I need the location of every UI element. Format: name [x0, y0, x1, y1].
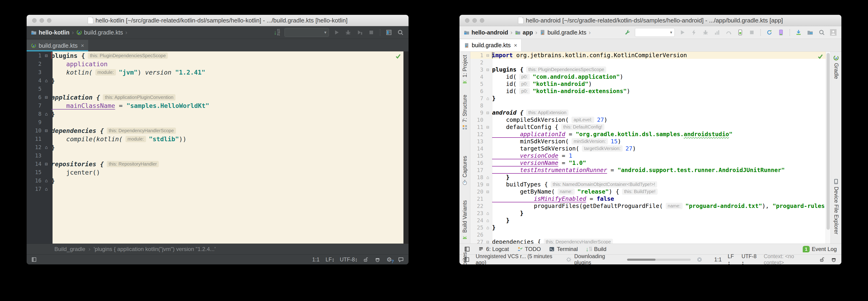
stop-button[interactable] [367, 28, 375, 36]
run-with-coverage-button[interactable] [356, 28, 364, 36]
fold-start-icon[interactable]: ⊟ [483, 189, 492, 194]
breadcrumb-file[interactable]: Build_gradle [54, 246, 85, 252]
code-line-2[interactable]: 2 application [27, 60, 403, 68]
make-project-button[interactable]: ↓01 10 01 [273, 28, 281, 36]
code-line-3[interactable]: 3⊟plugins {this: PluginDependenciesSpecS… [470, 66, 826, 73]
code-line-10[interactable]: 10 compileSdkVersion(apiLevel:27) [470, 116, 826, 123]
fold-end-icon[interactable]: ⌂ [483, 96, 492, 101]
close-tab-icon[interactable]: × [80, 42, 84, 49]
sdk-manager-button[interactable] [795, 28, 803, 36]
sync-project-button[interactable] [766, 28, 773, 36]
caret-position[interactable]: 1:1 [312, 257, 320, 263]
minimize-button[interactable] [39, 18, 44, 23]
code-line-16[interactable]: 16⌂} [27, 176, 403, 185]
code-line-22[interactable]: 22 proguardFiles(getDefaultProguardFile(… [470, 202, 826, 210]
code-line-11[interactable]: 11⊟ defaultConfig {this: DefaultConfig! [470, 123, 826, 130]
code-line-11[interactable]: 11 compile(kotlin(module:"stdlib")) [27, 135, 403, 143]
code-line-25[interactable]: 25⌂} [470, 224, 826, 231]
debug-button[interactable] [344, 28, 352, 36]
fold-end-icon[interactable]: ⌂ [483, 218, 492, 223]
inspections-ok-icon[interactable] [817, 54, 823, 60]
code-line-17[interactable]: 17 testInstrumentationRunner = "android.… [470, 167, 826, 174]
code-editor-android[interactable]: 1⊟import org.jetbrains.kotlin.config.Kot… [470, 52, 826, 244]
tool-button-build-variants[interactable]: Build Variants [462, 200, 468, 241]
run-configuration-select[interactable]: ▾ [284, 28, 329, 37]
tool-button-7-structure[interactable]: 7: Structure [462, 95, 468, 130]
code-line-1[interactable]: 1⊟import org.jetbrains.kotlin.config.Kot… [470, 52, 826, 59]
inspections-ok-icon[interactable] [395, 53, 401, 59]
avd-manager-button[interactable] [777, 28, 785, 36]
breadcrumb-item-hello-kotlin[interactable]: hello-kotlin [31, 29, 69, 36]
code-line-13[interactable]: 13 minSdkVersion(minSdkVersion:15) [470, 138, 826, 145]
avatar-button[interactable] [829, 28, 837, 36]
line-separator-select[interactable]: LF▴▾ [728, 253, 736, 264]
code-line-12[interactable]: 12 applicationId = "org.gradle.kotlin.ds… [470, 130, 826, 138]
code-line-8[interactable]: 8⌂} [27, 110, 403, 118]
debug-button[interactable] [702, 28, 709, 36]
breadcrumb-item-hello-android[interactable]: hello-android [464, 29, 508, 36]
code-line-24[interactable]: 24⌂ } [470, 217, 826, 224]
fold-start-icon[interactable]: ⊟ [483, 182, 492, 187]
code-line-8[interactable]: 8 [470, 102, 826, 109]
code-line-13[interactable]: 13 [27, 151, 403, 160]
breadcrumb-item-app[interactable]: app [515, 29, 533, 36]
line-separator-select[interactable]: LF▴▾ [326, 257, 334, 263]
code-line-14[interactable]: 14 targetSdkVersion(targetSdkVersion:27) [470, 145, 826, 152]
code-line-20[interactable]: 20⊟ getByName(name:"release") {this: Bui… [470, 188, 826, 195]
encoding-select[interactable]: UTF-8▴▾ [340, 257, 357, 263]
code-line-7[interactable]: 7 mainClassName = "samples.HelloWorldKt" [27, 101, 403, 110]
code-line-14[interactable]: 14⊟repositories {this: RepositoryHandler [27, 160, 403, 168]
close-tab-icon[interactable]: × [513, 42, 517, 49]
breadcrumb-item-build-gradle-kts[interactable]: build.gradle.kts [539, 29, 586, 36]
breadcrumb-item-build-gradle-kts[interactable]: build.gradle.kts [76, 29, 123, 36]
fold-end-icon[interactable]: ⌂ [41, 178, 51, 183]
encoding-select[interactable]: UTF-8▴▾ [741, 253, 757, 264]
tool-button-captures[interactable]: Captures [462, 156, 468, 185]
run-button[interactable] [333, 28, 340, 36]
code-line-9[interactable]: 9⊟android {this: AppExtension [470, 109, 826, 116]
toolwindow-todo[interactable]: TODO [517, 246, 541, 252]
lock-icon[interactable] [363, 257, 369, 262]
run-configuration-select[interactable]: ▾ [635, 28, 675, 37]
code-line-6[interactable]: 6 id(p0:"kotlin-android-extensions") [470, 88, 826, 95]
fold-start-icon[interactable]: ⊟ [483, 67, 492, 72]
hector-icon[interactable] [374, 257, 380, 263]
code-line-17[interactable]: 17⌂ [27, 185, 403, 193]
titlebar-left[interactable]: hello-kotlin [~/src/gradle-related/kotli… [27, 15, 408, 26]
fold-start-icon[interactable]: ⊟ [483, 53, 492, 58]
code-editor-kotlin[interactable]: 1⊟plugins {this: PluginDependenciesSpecS… [27, 51, 403, 244]
fold-end-icon[interactable]: ⌂ [41, 145, 51, 150]
fold-start-icon[interactable]: ⊟ [483, 240, 492, 244]
tool-button-gradle[interactable]: Gradle [833, 55, 839, 79]
search-everywhere-button[interactable] [818, 28, 826, 36]
code-line-26[interactable]: 26 [470, 231, 826, 238]
run-button[interactable] [678, 28, 686, 36]
zoom-button[interactable] [480, 18, 484, 23]
tool-button-1-project[interactable]: 1: Project [462, 55, 468, 85]
fold-end-icon[interactable]: ⌂ [483, 225, 492, 230]
fold-end-icon[interactable]: ⌂ [483, 211, 492, 216]
code-line-6[interactable]: 6⊟application {this: ApplicationPluginCo… [27, 93, 403, 101]
caret-position[interactable]: 1:1 [714, 257, 722, 263]
fold-start-icon[interactable]: ⊟ [41, 161, 51, 166]
gear-question-icon[interactable]: ⚙? [386, 256, 392, 263]
code-line-23[interactable]: 23⌂ } [470, 210, 826, 217]
project-structure-button[interactable] [385, 28, 393, 36]
code-line-5[interactable]: 5 [27, 85, 403, 93]
fold-start-icon[interactable]: ⊟ [41, 53, 51, 58]
grid-icon[interactable] [31, 257, 37, 262]
toolwindow-terminal[interactable]: Terminal [549, 246, 578, 252]
context-indicator[interactable]: Context: <no context> [764, 253, 813, 264]
profiler-button[interactable] [713, 28, 721, 36]
hector-icon[interactable] [831, 257, 837, 263]
attach-debugger-button[interactable] [725, 28, 733, 36]
code-line-19[interactable]: 19⊟ buildTypes {this: NamedDomainObjectC… [470, 181, 826, 188]
code-line-2[interactable]: 2 [470, 59, 826, 66]
code-line-10[interactable]: 10⊟dependencies {this: DependencyHandler… [27, 126, 403, 135]
code-line-12[interactable]: 12⌂} [27, 143, 403, 151]
code-line-15[interactable]: 15 jcenter() [27, 168, 403, 176]
vcs-status-text[interactable]: Unregistered VCS r... (5 minutes ago) [476, 253, 560, 264]
toolwindow-6-logcat[interactable]: 6: Logcat [478, 246, 509, 252]
tab-build-gradle-kts[interactable]: build.gradle.kts× [27, 40, 88, 51]
fold-start-icon[interactable]: ⊟ [41, 128, 51, 133]
